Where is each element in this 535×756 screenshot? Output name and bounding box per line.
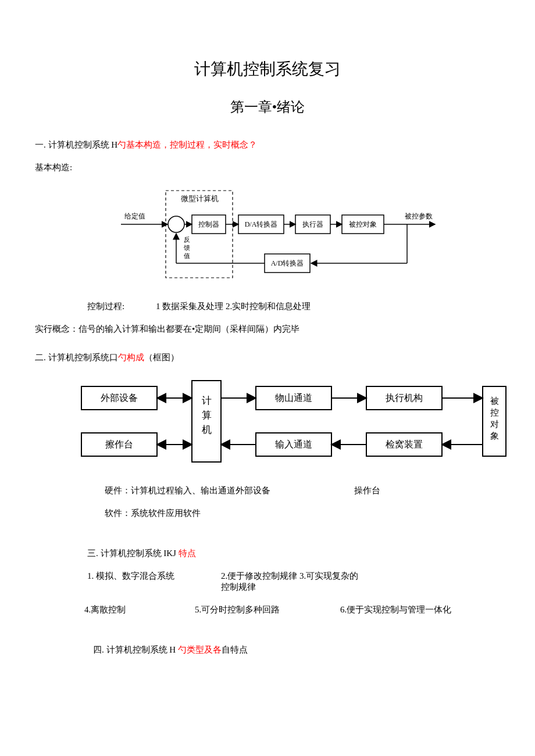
control-process-text: 1 数据采集及处理 2.实时控制和信息处理 bbox=[156, 302, 311, 311]
d1-fb3: 值 bbox=[184, 252, 190, 259]
d2-detector: 检窝装置 bbox=[386, 439, 423, 449]
software-line: 软件：系统软件应用软件 bbox=[105, 508, 500, 519]
hardware-line: 硬件：计算机过程输入、输出通道外部设备 操作台 bbox=[105, 485, 500, 496]
d2-actuator: 执行机构 bbox=[386, 393, 423, 403]
document-page: 计算机控制系统复习 第一章•绪论 一. 计算机控制系统 H勺基本构造，控制过程，… bbox=[0, 0, 535, 690]
d1-controller: 控制器 bbox=[198, 220, 219, 228]
control-process-row: 控制过程: 1 数据采集及处理 2.实时控制和信息处理 bbox=[87, 301, 500, 312]
chapter-title: 第一章•绪论 bbox=[35, 98, 500, 116]
section-3-head-b: 特点 bbox=[179, 549, 196, 558]
section-4-heading: 四. 计算机控制系统 H 勺类型及各自特点 bbox=[93, 644, 500, 655]
section-1-head-b: 勺基本构造，控制过程，实时概念？ bbox=[117, 140, 257, 149]
feature-2: 2.便于修改控制规律 bbox=[221, 571, 297, 581]
basic-structure-label: 基本构造: bbox=[35, 162, 500, 173]
control-process-label: 控制过程: bbox=[87, 301, 124, 312]
section-2-heading: 二. 计算机控制系统口勺构成（框图） bbox=[35, 352, 500, 363]
feature-4: 4.离散控制 bbox=[84, 604, 195, 615]
section-2-head-c: （框图） bbox=[144, 353, 179, 362]
d2-ext: 外部设备 bbox=[101, 393, 138, 403]
d2-outch: 物山通道 bbox=[275, 393, 312, 403]
section-1-heading: 一. 计算机控制系统 H勺基本构造，控制过程，实时概念？ bbox=[35, 139, 500, 151]
section-2-head-a: 二. 计算机控制系统口 bbox=[35, 353, 118, 362]
section-1-head-a: 一. 计算机控制系统 H bbox=[35, 140, 117, 149]
d2-target-4: 象 bbox=[490, 431, 499, 440]
d2-target-3: 对 bbox=[490, 420, 499, 429]
d1-micro-label: 微型计算机 bbox=[181, 194, 219, 203]
hardware-text-b: 操作台 bbox=[354, 486, 380, 495]
d1-outparam: 被控参数 bbox=[405, 212, 433, 220]
section-3-head-a: 三. 计算机控制系统 IKJ bbox=[87, 549, 179, 558]
d2-cpu-2: 算 bbox=[202, 410, 212, 421]
d2-console: 擦作台 bbox=[105, 439, 133, 449]
hardware-text-a: 硬件：计算机过程输入、输出通道外部设备 bbox=[105, 486, 270, 495]
d1-da: D/A转换器 bbox=[245, 220, 278, 228]
diagram-2: 外部设备 擦作台 计 算 机 物山通道 执行机构 输入通道 bbox=[76, 375, 500, 474]
svg-rect-19 bbox=[192, 381, 221, 462]
section-3-heading: 三. 计算机控制系统 IKJ 特点 bbox=[87, 548, 500, 559]
section-4-head-c: 自特点 bbox=[222, 645, 248, 654]
d2-inch: 输入通道 bbox=[275, 439, 312, 449]
d1-setpoint-label: 给定值 bbox=[124, 212, 145, 220]
feature-1: 1. 模拟、数字混合系统 bbox=[87, 571, 221, 593]
d2-target-2: 控 bbox=[490, 408, 499, 417]
realtime-concept: 实行概念：信号的输入计算和输出都要在•定期间（采样间隔）内完毕 bbox=[35, 324, 500, 335]
d1-fb1: 反 bbox=[184, 236, 190, 243]
section-4-head-a: 四. 计算机控制系统 H bbox=[93, 645, 178, 654]
feature-5: 5.可分时控制多种回路 bbox=[195, 604, 340, 615]
features-row-2: 4.离散控制 5.可分时控制多种回路 6.便于实现控制与管理一体化 bbox=[84, 604, 500, 615]
diagram-1: 微型计算机 给定值 控制器 D/A转换器 执行器 被控对象 被 bbox=[116, 185, 500, 289]
doc-title: 计算机控制系统复习 bbox=[35, 58, 500, 80]
feature-6: 6.便于实现控制与管理一体化 bbox=[340, 604, 500, 615]
features-row-1: 1. 模拟、数字混合系统 2.便于修改控制规律 3.可实现复杂的控制规律 bbox=[87, 571, 500, 593]
d1-fb2: 馈 bbox=[183, 244, 190, 251]
d2-cpu-1: 计 bbox=[202, 395, 212, 406]
section-2-head-b: 勺构成 bbox=[118, 353, 144, 362]
d1-obj: 被控对象 bbox=[349, 220, 377, 228]
control-loop-svg: 微型计算机 给定值 控制器 D/A转换器 执行器 被控对象 被 bbox=[116, 185, 442, 289]
system-composition-svg: 外部设备 擦作台 计 算 机 物山通道 执行机构 输入通道 bbox=[76, 375, 529, 474]
d1-exec: 执行器 bbox=[302, 220, 323, 228]
d2-target-1: 被 bbox=[490, 396, 499, 406]
d2-cpu-3: 机 bbox=[202, 424, 212, 435]
d1-ad: A/D转换器 bbox=[271, 259, 304, 267]
svg-point-2 bbox=[168, 216, 184, 232]
section-4-head-b: 勺类型及各 bbox=[178, 645, 222, 654]
